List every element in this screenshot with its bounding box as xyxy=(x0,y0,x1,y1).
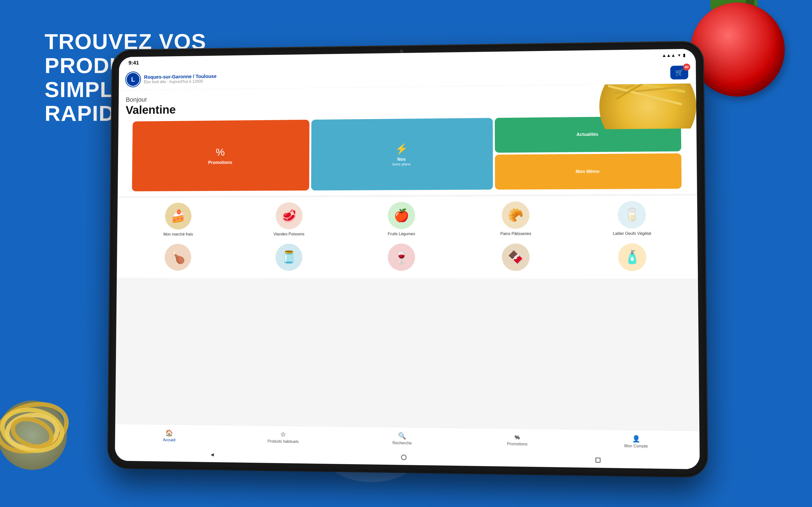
nav-promotions-icon: % xyxy=(515,434,520,441)
android-recents-button[interactable] xyxy=(596,457,601,463)
header-left: L Roques-sur-Garonne / Toulouse Être liv… xyxy=(126,71,216,87)
category-circle-marche-frais: 🍰 xyxy=(165,203,192,229)
wifi-icon: ▾ xyxy=(678,53,680,58)
nav-compte-label: Mon Compte xyxy=(624,444,648,449)
category-circle-pains-patisseries: 🥐 xyxy=(502,201,529,229)
promotions-label: Promotions xyxy=(208,160,232,165)
category-label-pains-patisseries: Pains Pâtisseries xyxy=(500,231,531,236)
category-row2-5[interactable]: 🧴 xyxy=(575,241,690,276)
categories-grid: 🍰 Mon marché frais 🥩 Viandes Poissons 🍎 … xyxy=(124,198,690,239)
category-pains-patisseries[interactable]: 🥐 Pains Pâtisseries xyxy=(459,199,573,239)
category-label-laitier: Laitier Oeufs Végétal xyxy=(613,231,651,236)
category-label-marche-frais: Mon marché frais xyxy=(163,232,193,237)
category-label-viandes-poissons: Viandes Poissons xyxy=(273,232,305,236)
app-wrapper: 9:41 ▲▲▲ ▾ ▮ L Roques-sur-Garonne / Toul… xyxy=(115,49,700,469)
actualites-label: Actualités xyxy=(576,132,598,137)
category-laitier[interactable]: 🥛 Laitier Oeufs Végétal xyxy=(574,198,690,239)
category-label-fruits-legumes: Fruits Légumes xyxy=(388,231,415,236)
category-circle-laitier: 🥛 xyxy=(618,201,646,229)
cart-icon-wrapper[interactable]: 🛒 60 xyxy=(670,65,688,79)
nav-mon-compte[interactable]: 👤 Mon Compte xyxy=(619,434,653,450)
category-circle-row2-3: 🍷 xyxy=(388,243,415,271)
delivery-info: Être livré dès : Aujourd'hui à 12h00 xyxy=(144,79,216,84)
tile-bons-plans[interactable]: ⚡ Nos bons plans xyxy=(311,118,493,190)
category-circle-row2-1: 🍗 xyxy=(164,244,191,271)
category-circle-row2-5: 🧴 xyxy=(618,243,646,271)
tile-mon-memo[interactable]: Mon Mémo xyxy=(495,153,682,189)
pasta-banner-circle xyxy=(599,83,697,129)
status-time: 9:41 xyxy=(129,60,139,66)
nav-recherche-icon: 🔍 xyxy=(398,432,406,440)
nav-accueil-label: Accueil xyxy=(163,438,175,442)
android-home-button[interactable] xyxy=(401,454,406,460)
promotions-icon: % xyxy=(216,146,225,158)
tablet-screen: 9:41 ▲▲▲ ▾ ▮ L Roques-sur-Garonne / Toul… xyxy=(115,49,700,469)
category-circle-viandes-poissons: 🥩 xyxy=(275,202,303,229)
nav-accueil[interactable]: 🏠 Accueil xyxy=(158,428,181,443)
category-row2-2[interactable]: 🫙 xyxy=(234,241,344,276)
nav-produits-label: Produits habituels xyxy=(268,439,299,444)
nav-recherche-label: Recherche xyxy=(393,441,412,445)
status-icons: ▲▲▲ ▾ ▮ xyxy=(662,53,686,58)
mon-memo-label: Mon Mémo xyxy=(575,169,599,174)
bons-plans-label: Nos xyxy=(397,157,406,162)
category-circle-row2-4: 🍫 xyxy=(502,243,530,271)
tomato-body xyxy=(691,2,785,97)
categories-section: 🍰 Mon marché frais 🥩 Viandes Poissons 🍎 … xyxy=(117,195,698,241)
category-viandes-poissons[interactable]: 🥩 Viandes Poissons xyxy=(234,200,344,239)
leclerc-logo: L xyxy=(126,72,140,87)
header-location: Roques-sur-Garonne / Toulouse Être livré… xyxy=(144,73,216,84)
android-back-button[interactable]: ◄ xyxy=(207,450,217,460)
battery-icon: ▮ xyxy=(683,53,686,58)
location-name: Roques-sur-Garonne / Toulouse xyxy=(144,73,216,80)
nav-accueil-icon: 🏠 xyxy=(165,429,173,437)
signal-icon: ▲▲▲ xyxy=(662,53,675,58)
category-circle-row2-2: 🫙 xyxy=(275,244,302,271)
category-row2-1[interactable]: 🍗 xyxy=(124,241,232,276)
banner-area: Bonjour Valentine % Promotions xyxy=(118,83,697,196)
category-marche-frais[interactable]: 🍰 Mon marché frais xyxy=(124,200,233,239)
bons-plans-sublabel: bons plans xyxy=(393,162,410,166)
category-fruits-legumes[interactable]: 🍎 Fruits Légumes xyxy=(346,199,457,239)
bons-plans-icon: ⚡ xyxy=(395,143,408,155)
tablet-frame: 9:41 ▲▲▲ ▾ ▮ L Roques-sur-Garonne / Toul… xyxy=(108,42,707,476)
pasta-nest-decoration xyxy=(0,388,84,482)
nav-promotions[interactable]: % Promotions xyxy=(502,433,532,448)
nav-compte-icon: 👤 xyxy=(632,435,640,443)
nav-produits-icon: ☆ xyxy=(280,431,286,438)
nav-recherche[interactable]: 🔍 Recherche xyxy=(388,431,417,446)
category-row2-3[interactable]: 🍷 xyxy=(346,241,457,276)
categories-row2: 🍗 🫙 🍷 🍫 xyxy=(117,241,698,279)
pasta-banner-image xyxy=(594,83,697,129)
category-row2-4[interactable]: 🍫 xyxy=(459,241,573,276)
category-circle-fruits-legumes: 🍎 xyxy=(388,202,415,229)
cart-badge: 60 xyxy=(683,63,690,70)
tablet-device: 9:41 ▲▲▲ ▾ ▮ L Roques-sur-Garonne / Toul… xyxy=(108,42,707,476)
tile-promotions[interactable]: % Promotions xyxy=(132,120,309,191)
content-scroll: Bonjour Valentine % Promotions xyxy=(115,83,700,431)
nav-produits-habituels[interactable]: ☆ Produits habituels xyxy=(263,429,304,445)
nav-promotions-label: Promotions xyxy=(507,442,527,446)
camera-dot xyxy=(400,50,403,53)
